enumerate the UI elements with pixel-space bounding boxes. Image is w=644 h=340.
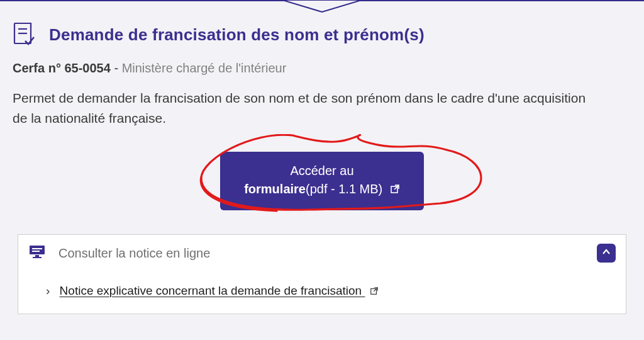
main-card: Demande de francisation des nom et préno… bbox=[13, 22, 631, 216]
svg-rect-9 bbox=[33, 257, 42, 258]
notice-body: › Notice explicative concernant la deman… bbox=[18, 269, 626, 314]
notice-title: Consulter la notice en ligne bbox=[58, 246, 210, 261]
description-text: Permet de demander la francisation de so… bbox=[13, 88, 591, 128]
chevron-up-icon bbox=[601, 247, 611, 259]
external-link-icon bbox=[390, 181, 400, 199]
chevron-right-icon: › bbox=[46, 284, 50, 297]
cerfa-line: Cerfa n° 65-0054 - Ministère chargé de l… bbox=[13, 61, 631, 76]
svg-rect-8 bbox=[35, 255, 39, 257]
title-row: Demande de francisation des nom et préno… bbox=[13, 22, 631, 47]
cerfa-separator: - bbox=[111, 61, 122, 75]
svg-rect-5 bbox=[30, 246, 45, 254]
button-line1: Accéder au bbox=[235, 162, 409, 180]
access-form-button[interactable]: Accéder au formulaire(pdf - 1.1 MB) bbox=[220, 152, 424, 210]
svg-rect-7 bbox=[32, 251, 40, 252]
notice-header-left: Consulter la notice en ligne bbox=[28, 244, 210, 262]
notice-card: Consulter la notice en ligne › Notice ex… bbox=[18, 234, 626, 314]
button-line2: formulaire(pdf - 1.1 MB) bbox=[235, 180, 409, 199]
button-meta: (pdf - 1.1 MB) bbox=[306, 182, 382, 196]
document-check-icon bbox=[13, 22, 35, 47]
button-bold: formulaire bbox=[244, 182, 306, 196]
top-notch bbox=[284, 0, 360, 14]
collapse-button[interactable] bbox=[597, 244, 616, 263]
notice-link[interactable]: Notice explicative concernant la demande… bbox=[60, 284, 379, 297]
notice-header[interactable]: Consulter la notice en ligne bbox=[18, 235, 626, 269]
screen-icon bbox=[28, 244, 46, 262]
cerfa-source: Ministère chargé de l'intérieur bbox=[122, 61, 287, 75]
svg-line-4 bbox=[394, 185, 399, 190]
cerfa-number: Cerfa n° 65-0054 bbox=[13, 61, 111, 75]
external-link-icon bbox=[370, 285, 379, 298]
top-border bbox=[0, 0, 644, 1]
svg-line-11 bbox=[374, 288, 378, 292]
button-area: Accéder au formulaire(pdf - 1.1 MB) bbox=[13, 134, 631, 216]
svg-rect-6 bbox=[32, 248, 42, 249]
notice-link-text: Notice explicative concernant la demande… bbox=[60, 284, 365, 297]
page-title: Demande de francisation des nom et préno… bbox=[49, 25, 425, 45]
